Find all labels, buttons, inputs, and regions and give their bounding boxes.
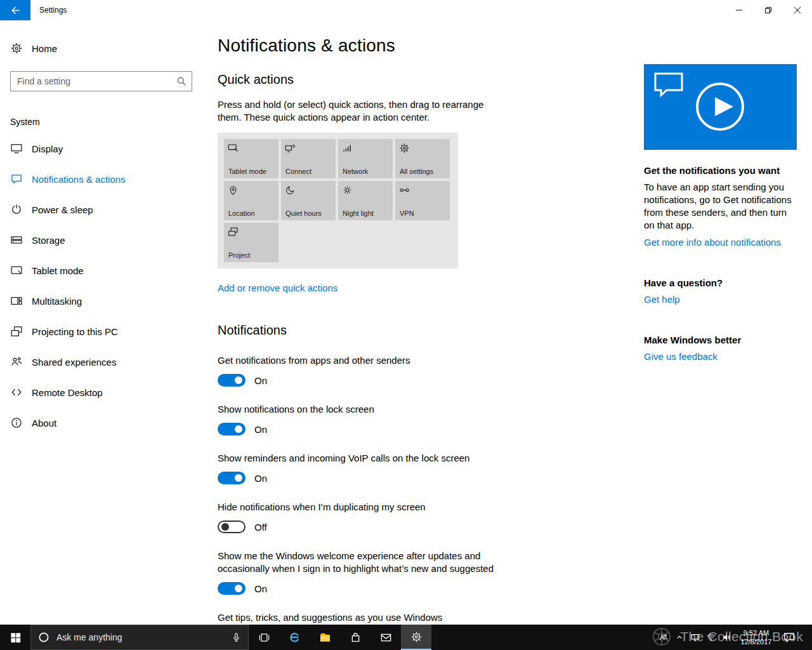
- microphone-icon[interactable]: [231, 632, 242, 643]
- tile-label: Connect: [285, 168, 311, 175]
- sidebar-home-label: Home: [32, 43, 57, 54]
- gear-icon: [410, 631, 422, 643]
- toggle-state-label: On: [254, 424, 267, 435]
- feedback-heading: Make Windows better: [644, 335, 797, 345]
- sidebar-item-multitasking[interactable]: Multitasking: [0, 288, 218, 314]
- location-icon: [228, 185, 239, 196]
- quick-action-tile-connect[interactable]: Connect: [281, 139, 336, 178]
- clock-time: 9:52 AM: [738, 628, 775, 637]
- toggle-switch[interactable]: [218, 374, 246, 387]
- volume-icon[interactable]: [722, 632, 732, 642]
- sidebar-item-tablet-mode[interactable]: Tablet mode: [0, 258, 218, 283]
- back-button[interactable]: [0, 0, 30, 20]
- shared-experiences-icon: [10, 355, 23, 368]
- action-center-icon[interactable]: [783, 631, 796, 644]
- multitasking-icon: [10, 295, 23, 307]
- sidebar-item-shared-experiences[interactable]: Shared experiences: [0, 349, 218, 375]
- quick-action-tile-tablet-mode[interactable]: Tablet mode: [224, 139, 278, 178]
- get-more-info-link[interactable]: Get more info about notifications: [644, 237, 781, 248]
- toggle-switch[interactable]: [218, 582, 246, 595]
- quick-action-tile-network[interactable]: Network: [338, 139, 393, 178]
- sidebar-item-remote-desktop[interactable]: Remote Desktop: [0, 380, 218, 405]
- tile-label: VPN: [400, 209, 414, 217]
- moon-icon: [285, 185, 296, 196]
- sidebar-item-about[interactable]: About: [0, 410, 218, 435]
- mail-button[interactable]: [370, 625, 401, 650]
- video-thumbnail[interactable]: [644, 64, 797, 150]
- power-icon: [10, 203, 23, 216]
- toggle-switch[interactable]: [218, 423, 246, 435]
- tablet-icon: [10, 264, 23, 277]
- projecting-icon: [10, 325, 23, 338]
- settings-search-input[interactable]: [17, 76, 176, 86]
- edge-button[interactable]: [279, 625, 310, 650]
- restore-button[interactable]: [754, 0, 783, 20]
- tile-label: Night light: [343, 209, 374, 217]
- file-explorer-button[interactable]: [310, 625, 340, 650]
- setting-label: Get notifications from apps and other se…: [218, 354, 503, 367]
- setting-group: Get notifications from apps and other se…: [218, 354, 598, 387]
- monitor-icon[interactable]: [690, 632, 700, 642]
- sidebar-item-label: Shared experiences: [32, 357, 116, 368]
- cortana-icon: [37, 631, 50, 644]
- task-view-button[interactable]: [249, 625, 279, 650]
- sidebar-section-label: System: [10, 117, 218, 127]
- close-button[interactable]: [783, 0, 812, 20]
- toggle-switch[interactable]: [218, 521, 246, 533]
- taskbar-clock[interactable]: 9:52 AM 12/8/2017: [738, 628, 775, 646]
- sidebar-item-storage[interactable]: Storage: [0, 227, 218, 253]
- tile-label: Location: [228, 209, 255, 217]
- sidebar-item-label: Remote Desktop: [32, 387, 103, 398]
- search-icon[interactable]: [176, 76, 187, 86]
- quick-action-tile-quiet-hours[interactable]: Quiet hours: [281, 181, 336, 220]
- sidebar-item-notifications[interactable]: Notifications & actions: [0, 166, 218, 192]
- titlebar: Settings: [0, 0, 812, 20]
- vpn-icon: [399, 185, 410, 196]
- cortana-search-box[interactable]: [30, 625, 249, 650]
- wifi-icon[interactable]: [706, 632, 716, 642]
- chevron-up-icon[interactable]: [674, 632, 684, 642]
- folder-icon: [319, 632, 331, 644]
- quick-action-tile-all-settings[interactable]: All settings: [395, 139, 450, 178]
- toggle-state-label: On: [254, 583, 267, 594]
- toggle-state-label: On: [254, 473, 267, 484]
- sidebar-nav: Display Notifications & actions Power & …: [0, 136, 218, 435]
- tile-label: Quiet hours: [285, 209, 322, 217]
- settings-app-button[interactable]: [401, 625, 431, 650]
- system-tray: 9:52 AM 12/8/2017: [658, 625, 812, 650]
- display-icon: [10, 142, 23, 155]
- sidebar-item-projecting[interactable]: Projecting to this PC: [0, 319, 218, 344]
- toggle-switch[interactable]: [218, 472, 246, 484]
- taskbar-search-input[interactable]: [56, 632, 225, 642]
- sidebar-item-home[interactable]: Home: [0, 36, 218, 61]
- about-icon: [10, 416, 23, 429]
- connect-icon: [285, 143, 296, 154]
- sidebar-item-power-sleep[interactable]: Power & sleep: [0, 197, 218, 222]
- start-button[interactable]: [0, 625, 30, 650]
- sidebar-item-label: Notifications & actions: [32, 174, 126, 185]
- tablet-mode-icon: [228, 143, 239, 154]
- sidebar-item-label: Tablet mode: [32, 265, 84, 276]
- store-button[interactable]: [340, 625, 370, 650]
- setting-label: Show reminders and incoming VoIP calls o…: [218, 452, 503, 465]
- people-icon[interactable]: [658, 632, 669, 642]
- setting-group: Show me the Windows welcome experience a…: [218, 550, 598, 595]
- sidebar-item-label: Power & sleep: [32, 204, 93, 215]
- quick-action-tile-night-light[interactable]: Night light: [338, 181, 393, 220]
- get-help-link[interactable]: Get help: [644, 294, 680, 305]
- page-title: Notifications & actions: [218, 36, 598, 56]
- settings-search[interactable]: [10, 71, 192, 91]
- quick-action-tile-project[interactable]: Project: [224, 223, 278, 262]
- quick-action-tile-vpn[interactable]: VPN: [395, 181, 450, 220]
- sidebar-item-label: Projecting to this PC: [32, 326, 118, 337]
- sidebar-item-display[interactable]: Display: [0, 136, 218, 161]
- help-video-body: To have an app start sending you notific…: [644, 181, 797, 232]
- toggle-knob: [221, 523, 229, 531]
- quick-actions-grid: Tablet mode Connect Network All settings…: [218, 133, 458, 269]
- add-remove-quick-actions-link[interactable]: Add or remove quick actions: [218, 282, 337, 293]
- give-feedback-link[interactable]: Give us feedback: [644, 351, 717, 362]
- quick-action-tile-location[interactable]: Location: [224, 181, 278, 220]
- edge-icon: [289, 632, 301, 644]
- minimize-button[interactable]: [724, 0, 754, 20]
- network-icon: [342, 143, 353, 154]
